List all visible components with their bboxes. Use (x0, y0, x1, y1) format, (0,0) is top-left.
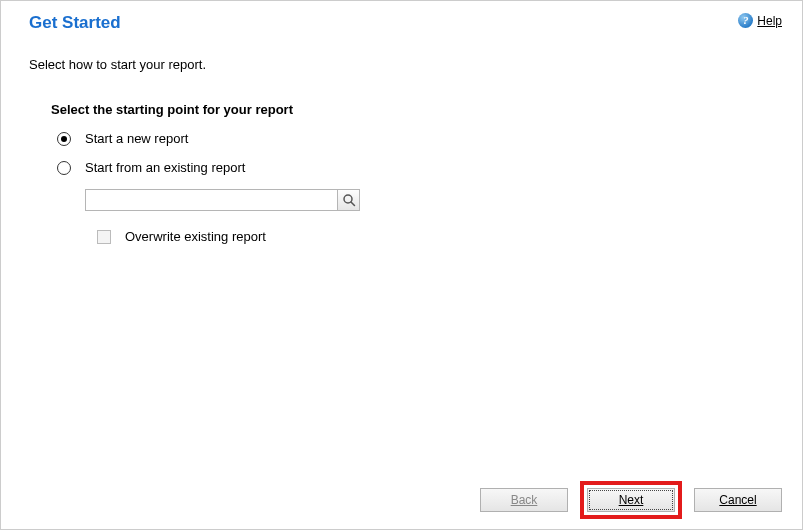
page-title: Get Started (29, 13, 121, 33)
help-link[interactable]: ? Help (738, 13, 782, 28)
next-button[interactable]: Next (587, 488, 675, 512)
cancel-button[interactable]: Cancel (694, 488, 782, 512)
overwrite-label: Overwrite existing report (125, 229, 266, 244)
wizard-footer: Back Next Cancel (480, 481, 782, 519)
radio-label: Start from an existing report (85, 160, 245, 175)
help-icon: ? (738, 13, 753, 28)
next-button-label: Next (619, 493, 644, 507)
existing-report-input[interactable] (86, 190, 337, 210)
lookup-button[interactable] (337, 190, 359, 210)
radio-option-existing-report[interactable]: Start from an existing report (51, 160, 802, 175)
section-heading: Select the starting point for your repor… (51, 102, 802, 117)
svg-line-1 (351, 202, 355, 206)
help-label: Help (757, 14, 782, 28)
back-button[interactable]: Back (480, 488, 568, 512)
radio-label: Start a new report (85, 131, 188, 146)
overwrite-checkbox-row[interactable]: Overwrite existing report (85, 229, 802, 244)
existing-report-lookup (85, 189, 360, 211)
radio-option-new-report[interactable]: Start a new report (51, 131, 802, 146)
radio-button[interactable] (57, 161, 71, 175)
back-button-label: Back (511, 493, 538, 507)
radio-button[interactable] (57, 132, 71, 146)
cancel-button-label: Cancel (719, 493, 756, 507)
next-button-highlight: Next (580, 481, 682, 519)
overwrite-checkbox[interactable] (97, 230, 111, 244)
instruction-text: Select how to start your report. (1, 37, 802, 82)
search-icon (342, 193, 356, 207)
